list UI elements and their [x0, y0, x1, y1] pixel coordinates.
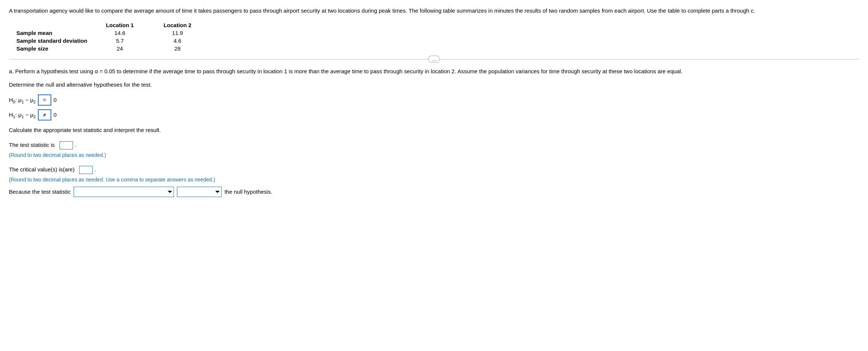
test-stat-input[interactable]	[59, 141, 73, 149]
table-row: Sample size 24 28	[16, 45, 206, 52]
critical-label: The critical value(s) is(are)	[9, 166, 75, 173]
h0-label: H0: μ1 − μ2	[9, 96, 36, 104]
table-empty-header	[16, 21, 91, 29]
h1-operator-box[interactable]: ≠	[38, 109, 51, 120]
h0-value: 0	[54, 96, 57, 104]
calculate-text: Calculate the appropriate test statistic…	[9, 126, 859, 135]
loc2-value: 4.6	[149, 37, 206, 45]
loc1-value: 14.6	[91, 29, 149, 37]
test-stat-line: The test statistic is .	[9, 141, 859, 149]
null-hyp-row: Because the test statistic is greater th…	[9, 187, 859, 197]
intro-text: A transportation agency would like to co…	[9, 7, 849, 15]
part-a-instruction: a. Perform a hypothesis test using α = 0…	[9, 67, 859, 76]
critical-value-block: The critical value(s) is(are) . (Round t…	[9, 165, 859, 184]
null-hyp-label: the null hypothesis.	[225, 187, 272, 196]
h1-row: H1: μ1 − μ2 ≠ 0	[9, 109, 859, 120]
test-stat-dropdown[interactable]: is greater than the critical valueis les…	[74, 187, 174, 197]
data-table: Location 1 Location 2 Sample mean 14.6 1…	[16, 21, 206, 52]
row-label: Sample size	[16, 45, 91, 52]
loc2-value: 11.9	[149, 29, 206, 37]
test-stat-label: The test statistic is	[9, 142, 55, 148]
critical-period: .	[94, 166, 96, 173]
section-a: a. Perform a hypothesis test using α = 0…	[9, 67, 859, 197]
reject-dropdown[interactable]: rejectfail to rejectaccept	[177, 187, 222, 197]
col2-header: Location 2	[149, 21, 206, 29]
h1-value: 0	[54, 110, 57, 119]
critical-value-input[interactable]	[79, 166, 93, 174]
hypothesis-block: H0: μ1 − μ2 = 0 H1: μ1 − μ2 ≠ 0	[9, 94, 859, 120]
critical-line: The critical value(s) is(are) .	[9, 165, 859, 174]
because-label: Because the test statistic	[9, 187, 71, 196]
h0-operator-box[interactable]: =	[38, 94, 51, 106]
test-stat-block: The test statistic is . (Round to two de…	[9, 141, 859, 159]
h0-row: H0: μ1 − μ2 = 0	[9, 94, 859, 106]
h1-label: H1: μ1 − μ2	[9, 110, 36, 119]
row-label: Sample mean	[16, 29, 91, 37]
section-divider: ...	[9, 59, 859, 59]
critical-note: (Round to two decimal places as needed. …	[9, 176, 859, 184]
determine-text: Determine the null and alternative hypot…	[9, 80, 859, 89]
table-row: Sample standard deviation 5.7 4.6	[16, 37, 206, 45]
loc2-value: 28	[149, 45, 206, 52]
test-stat-period: .	[74, 142, 76, 148]
ellipsis-button[interactable]: ...	[428, 55, 440, 62]
col1-header: Location 1	[91, 21, 149, 29]
loc1-value: 5.7	[91, 37, 149, 45]
test-stat-note: (Round to two decimal places as needed.)	[9, 151, 859, 159]
row-label: Sample standard deviation	[16, 37, 91, 45]
loc1-value: 24	[91, 45, 149, 52]
table-row: Sample mean 14.6 11.9	[16, 29, 206, 37]
